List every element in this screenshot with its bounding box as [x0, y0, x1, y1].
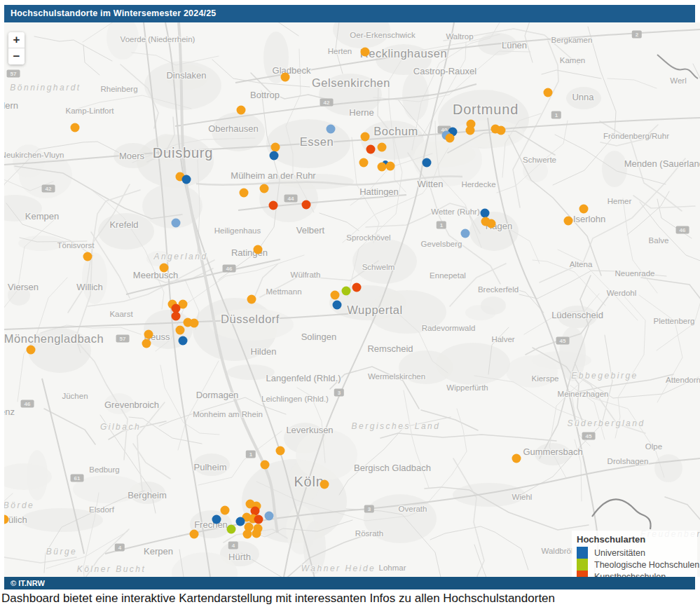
hochschule-marker-orange[interactable] [359, 158, 369, 168]
hochschule-marker-orange[interactable] [190, 319, 199, 328]
map-viewport[interactable] [4, 22, 700, 577]
hochschule-marker-orange[interactable] [281, 73, 290, 82]
hochschule-marker-blue[interactable] [270, 151, 279, 161]
hochschule-marker-blue[interactable] [212, 515, 221, 524]
legend-item: Theologische Hochschulen [572, 559, 697, 571]
hochschule-marker-red[interactable] [352, 283, 362, 292]
hochschule-marker-green[interactable] [342, 287, 351, 296]
hochschule-marker-lightblue[interactable] [265, 512, 274, 521]
hochschule-marker-green[interactable] [227, 525, 236, 534]
margin-top [0, 0, 700, 5]
hochschule-marker-orange[interactable] [361, 48, 370, 57]
legend-label: Theologische Hochschulen [594, 560, 699, 570]
legend-title: Hochschularten [577, 534, 697, 545]
hochschule-marker-orange[interactable] [564, 217, 573, 226]
hochschule-marker-red[interactable] [254, 515, 263, 524]
hochschule-marker-orange[interactable] [254, 245, 263, 254]
dashboard-map-widget: DuisburgDortmundKölnEssenDüsseldorfWuppe… [0, 0, 700, 607]
legend-swatch-blue [577, 547, 588, 559]
hochschule-marker-orange[interactable] [487, 219, 496, 229]
hochschule-marker-orange[interactable] [579, 205, 589, 214]
hochschule-marker-orange[interactable] [243, 530, 252, 539]
hochschule-marker-orange[interactable] [497, 126, 506, 135]
hochschule-marker-orange[interactable] [331, 291, 340, 300]
hochschule-marker-orange[interactable] [27, 346, 36, 355]
attribution-text: © IT.NRW [4, 577, 695, 589]
hochschule-marker-orange[interactable] [271, 143, 280, 152]
hochschule-marker-orange[interactable] [190, 530, 199, 539]
header-bar: Hochschulstandorte im Wintersemester 202… [4, 5, 695, 22]
hochschule-marker-orange[interactable] [160, 264, 169, 273]
footer-bar: © IT.NRW [4, 577, 695, 589]
hochschule-marker-orange[interactable] [176, 326, 185, 335]
hochschule-marker-blue[interactable] [236, 517, 245, 526]
hochschule-marker-red[interactable] [302, 200, 311, 210]
hochschule-marker-orange[interactable] [378, 143, 387, 152]
hochschule-marker-orange[interactable] [260, 184, 269, 193]
hochschule-marker-blue[interactable] [179, 336, 188, 346]
margin-left [0, 0, 4, 607]
hochschule-marker-orange[interactable] [446, 134, 455, 143]
legend-item: Universitäten [572, 547, 697, 559]
hochschule-marker-lightblue[interactable] [461, 229, 470, 238]
hochschule-marker-orange[interactable] [378, 163, 387, 172]
hochschule-marker-orange[interactable] [466, 126, 475, 135]
hochschule-marker-orange[interactable] [247, 295, 256, 304]
legend-swatch-green [577, 559, 588, 571]
hochschule-marker-orange[interactable] [237, 106, 246, 115]
hochschule-marker-orange[interactable] [544, 88, 553, 97]
hochschule-marker-blue[interactable] [333, 301, 342, 310]
legend-label: Universitäten [594, 548, 645, 558]
page-title: Hochschulstandorte im Wintersemester 202… [4, 5, 695, 22]
hochschule-marker-blue[interactable] [182, 175, 191, 184]
hochschule-marker-orange[interactable] [142, 339, 151, 348]
hochschule-marker-orange[interactable] [386, 162, 395, 171]
hochschule-marker-orange[interactable] [144, 330, 153, 339]
hochschule-marker-orange[interactable] [320, 480, 329, 489]
hochschule-marker-red[interactable] [172, 312, 181, 321]
hochschule-marker-lightblue[interactable] [172, 219, 181, 228]
hochschule-marker-blue[interactable] [423, 158, 432, 168]
dashboard-caption: Dashboard bietet eine interaktive Karten… [1, 592, 555, 606]
hochschule-marker-orange[interactable] [276, 446, 285, 456]
hochschule-marker-orange[interactable] [361, 132, 370, 142]
hochschule-marker-red[interactable] [269, 201, 278, 210]
hochschule-marker-red[interactable] [366, 145, 376, 154]
zoom-control: + − [8, 32, 25, 64]
hochschule-marker-orange[interactable] [71, 123, 80, 132]
legend: Hochschularten UniversitätenTheologische… [572, 531, 697, 580]
hochschule-marker-orange[interactable] [221, 506, 230, 515]
zoom-out-button[interactable]: − [8, 48, 25, 64]
hochschule-marker-orange[interactable] [240, 189, 249, 198]
hochschule-marker-orange[interactable] [83, 252, 92, 261]
hochschule-marker-orange[interactable] [261, 461, 270, 470]
hochschule-marker-lightblue[interactable] [327, 125, 336, 134]
hochschule-marker-orange[interactable] [512, 454, 521, 463]
hochschule-marker-orange[interactable] [252, 529, 261, 538]
zoom-in-button[interactable]: + [8, 32, 25, 48]
